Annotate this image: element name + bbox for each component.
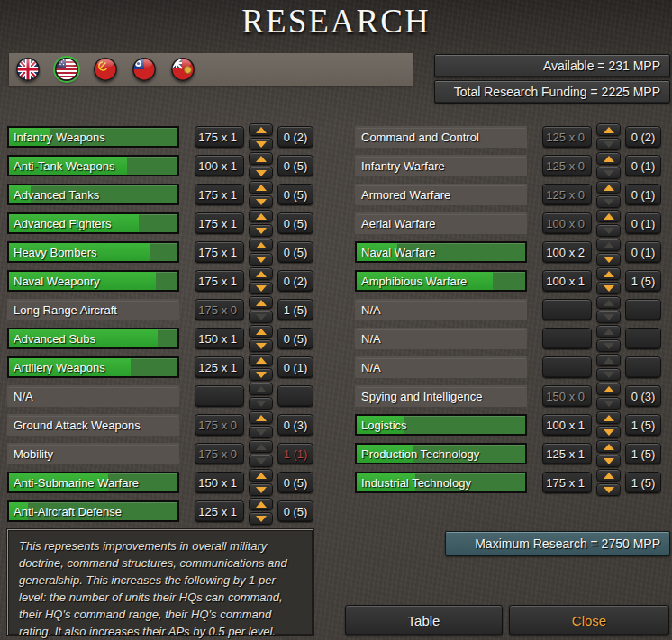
level-display: 0 (5): [277, 328, 313, 349]
cost-display: 100 x 2: [542, 241, 592, 263]
increase-funding-button[interactable]: [249, 411, 273, 424]
up-arrow-icon: [256, 501, 267, 508]
up-arrow-icon: [604, 213, 614, 220]
increase-funding-button[interactable]: [249, 239, 273, 251]
research-progress-bar: Infantry Warfare: [355, 155, 527, 176]
decrease-funding-button[interactable]: [596, 339, 621, 352]
down-arrow-icon: [256, 487, 267, 493]
increase-funding-button[interactable]: [596, 181, 621, 194]
decrease-funding-button[interactable]: [596, 455, 621, 467]
research-progress-bar: Amphibious Warfare: [355, 270, 527, 292]
increase-funding-button[interactable]: [596, 267, 621, 280]
research-progress-bar: Spying and Intelligence: [355, 385, 527, 407]
cost-display: 125 x 0: [542, 155, 592, 176]
increase-funding-button[interactable]: [596, 325, 621, 338]
decrease-funding-button[interactable]: [249, 282, 273, 294]
increase-funding-button[interactable]: [596, 210, 621, 222]
decrease-funding-button[interactable]: [249, 195, 273, 208]
decrease-funding-button[interactable]: [596, 282, 621, 294]
level-display: 1 (5): [625, 443, 661, 464]
up-arrow-icon: [604, 357, 614, 364]
decrease-funding-button[interactable]: [596, 397, 621, 410]
maximum-research-display: Maximum Research = 2750 MPP: [445, 531, 670, 556]
usa-flag[interactable]: [55, 58, 78, 81]
increase-funding-button[interactable]: [596, 354, 621, 366]
increase-funding-button[interactable]: [249, 440, 273, 453]
increase-funding-button[interactable]: [596, 239, 621, 251]
increase-funding-button[interactable]: [249, 210, 273, 222]
decrease-funding-button[interactable]: [249, 311, 273, 323]
china-flag[interactable]: [132, 58, 156, 81]
research-column-right: Command and Control125 x 00 (2)Infantry …: [355, 122, 661, 497]
increase-funding-button[interactable]: [249, 181, 273, 194]
research-label: N/A: [9, 387, 177, 403]
increase-funding-button[interactable]: [596, 469, 621, 482]
level-display: 0 (5): [277, 184, 313, 205]
increase-funding-button[interactable]: [249, 325, 273, 338]
decrease-funding-button[interactable]: [249, 512, 273, 525]
decrease-funding-button[interactable]: [596, 138, 621, 150]
down-arrow-icon: [256, 228, 267, 234]
ussr-flag[interactable]: [94, 58, 117, 81]
decrease-funding-button[interactable]: [596, 195, 621, 208]
colonial-ensign-flag[interactable]: [171, 58, 195, 81]
increase-funding-button[interactable]: [249, 123, 273, 136]
increase-funding-button[interactable]: [249, 267, 273, 280]
level-display: 0 (5): [277, 472, 313, 493]
increase-funding-button[interactable]: [249, 498, 273, 510]
research-label: Logistics: [357, 416, 525, 432]
decrease-funding-button[interactable]: [249, 138, 273, 150]
increase-funding-button[interactable]: [249, 354, 273, 366]
decrease-funding-button[interactable]: [596, 311, 621, 323]
cost-display: 100 x 1: [195, 155, 244, 176]
increase-funding-button[interactable]: [596, 383, 621, 395]
decrease-funding-button[interactable]: [596, 167, 621, 179]
cost-display: 150 x 1: [195, 472, 244, 493]
decrease-funding-button[interactable]: [249, 339, 273, 352]
up-arrow-icon: [256, 185, 267, 191]
increase-funding-button[interactable]: [596, 152, 621, 165]
decrease-funding-button[interactable]: [249, 253, 273, 266]
down-arrow-icon: [604, 429, 614, 436]
level-display: 0 (5): [277, 241, 313, 263]
research-progress-bar: Anti-Submarine Warfare: [7, 472, 179, 493]
down-arrow-icon: [256, 285, 267, 292]
decrease-funding-button[interactable]: [249, 397, 273, 410]
decrease-funding-button[interactable]: [596, 224, 621, 237]
decrease-funding-button[interactable]: [249, 483, 273, 496]
cost-display: 175 x 0: [195, 299, 244, 320]
uk-flag[interactable]: [16, 58, 40, 81]
decrease-funding-button[interactable]: [249, 455, 273, 467]
funding-spinner: [596, 469, 621, 496]
cost-display: 175 x 0: [195, 414, 244, 436]
increase-funding-button[interactable]: [596, 440, 621, 453]
research-label: Infantry Warfare: [357, 157, 525, 173]
up-arrow-icon: [256, 300, 267, 306]
decrease-funding-button[interactable]: [596, 483, 621, 496]
research-progress-bar: Industrial Technology: [355, 472, 527, 493]
decrease-funding-button[interactable]: [249, 224, 273, 237]
decrease-funding-button[interactable]: [249, 167, 273, 179]
increase-funding-button[interactable]: [249, 152, 273, 165]
increase-funding-button[interactable]: [249, 296, 273, 309]
total-research-funding-label: Total Research Funding = 2225 MPP: [454, 85, 660, 99]
research-row: Advanced Fighters175 x 10 (5): [7, 209, 313, 238]
decrease-funding-button[interactable]: [249, 368, 273, 381]
increase-funding-button[interactable]: [596, 296, 621, 309]
close-button[interactable]: Close: [509, 605, 669, 635]
decrease-funding-button[interactable]: [596, 253, 621, 266]
down-arrow-icon: [256, 314, 267, 320]
decrease-funding-button[interactable]: [596, 426, 621, 438]
research-row: Ground Attack Weapons175 x 00 (3): [7, 410, 313, 439]
research-progress-bar: N/A: [355, 299, 527, 320]
table-button[interactable]: Table: [345, 605, 503, 635]
increase-funding-button[interactable]: [249, 469, 273, 482]
available-mpp-label: Available = 231 MPP: [543, 59, 660, 73]
decrease-funding-button[interactable]: [249, 426, 273, 438]
funding-spinner: [596, 239, 621, 266]
increase-funding-button[interactable]: [249, 383, 273, 395]
decrease-funding-button[interactable]: [596, 368, 621, 381]
increase-funding-button[interactable]: [596, 123, 621, 136]
increase-funding-button[interactable]: [596, 411, 621, 424]
research-progress-bar: Ground Attack Weapons: [7, 414, 179, 436]
